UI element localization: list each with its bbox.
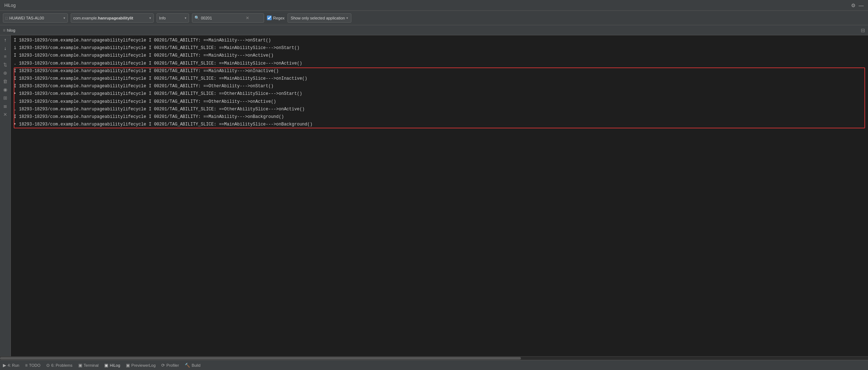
hilog-icon: ▣ [104, 363, 108, 368]
layout-icon[interactable]: ⊞ [3, 96, 7, 100]
log-level-selector[interactable]: Info ▾ [157, 13, 189, 23]
show-selected-arrow: ▾ [346, 16, 348, 20]
log-line: ‣ 18293-18293/com.example.hanrupageabili… [14, 90, 865, 98]
run-icon: ▶ [3, 363, 6, 368]
status-run-label: 4: Run [8, 363, 19, 367]
format-icon[interactable]: ⊟ [861, 27, 865, 33]
scroll-up-icon[interactable]: ↑ [4, 38, 6, 42]
log-line-text: I 18293-18293/com.example.hanrupageabili… [14, 68, 279, 75]
log-content-area[interactable]: I 18293-18293/com.example.hanrupageabili… [11, 35, 868, 356]
horizontal-scrollbar[interactable] [0, 356, 868, 360]
log-line-text: I 18293-18293/com.example.hanrupageabili… [14, 83, 273, 90]
todo-icon: ≡ [25, 363, 27, 368]
minimize-button[interactable]: — [859, 3, 864, 8]
status-hilog-label: HiLog [110, 363, 120, 367]
show-selected-label: Show only selected application [291, 16, 345, 20]
log-line: I 18293-18293/com.example.hanrupageabili… [14, 113, 865, 121]
log-line-text: I 18293-18293/com.example.hanrupageabili… [14, 75, 307, 82]
status-build[interactable]: 🔨 Build [185, 363, 200, 368]
title-bar: HiLog ⚙ — [0, 0, 868, 11]
status-terminal-label: Terminal [84, 363, 99, 367]
sub-toolbar: ≡ hilog ⊟ [0, 25, 868, 35]
regex-checkbox[interactable] [267, 16, 272, 20]
highlighted-region: I 18293-18293/com.example.hanrupageabili… [14, 67, 865, 129]
app-title: HiLog [4, 3, 16, 8]
status-problems-label: 6: Problems [51, 363, 73, 367]
clear-search-button[interactable]: ✕ [246, 16, 249, 20]
device-dropdown-arrow: ▾ [63, 16, 65, 20]
toolbar: □ HUAWEI TAS-AL00 ▾ com.example.hanrupag… [0, 11, 868, 25]
scrollbar-thumb[interactable] [0, 357, 521, 360]
hilog-text: hilog [7, 28, 15, 32]
log-line: . 18293-18293/com.example.hanrupageabili… [14, 106, 865, 113]
search-box: 🔍 ✕ [192, 13, 264, 23]
search-icon: 🔍 [194, 16, 200, 20]
print-icon[interactable]: ⊕ [3, 71, 7, 75]
problems-icon: ⊙ [46, 363, 50, 368]
status-terminal[interactable]: ▣ Terminal [78, 363, 99, 368]
capture-icon[interactable]: ◉ [3, 87, 7, 92]
device-icon: □ [5, 16, 8, 20]
side-icons-panel: ↑ ↓ ≡ ⇅ ⊕ 🗑 ◉ ⊞ ≣ ✕ [0, 35, 11, 356]
level-dropdown-arrow: ▾ [185, 16, 187, 20]
status-run[interactable]: ▶ 4: Run [3, 363, 19, 368]
log-line: i 18293-18293/com.example.hanrupageabili… [14, 44, 865, 52]
log-line-text: ‣ 18293-18293/com.example.hanrupageabili… [14, 91, 302, 97]
search-input[interactable] [201, 16, 244, 20]
hilog-label-area: ≡ hilog [3, 28, 15, 33]
regex-label-text: Regex [273, 16, 285, 20]
previewer-icon: ▣ [126, 363, 130, 368]
log-lines-wrapper: I 18293-18293/com.example.hanrupageabili… [14, 37, 865, 128]
app-dropdown-arrow: ▾ [149, 16, 151, 20]
log-line-text: I 18293-18293/com.example.hanrupageabili… [14, 37, 271, 44]
device-selector[interactable]: □ HUAWEI TAS-AL00 ▾ [3, 13, 68, 23]
log-line-text: ‣ 18293-18293/com.example.hanrupageabili… [14, 121, 312, 128]
status-previewer-label: PreviewerLog [131, 363, 155, 367]
app-name: com.example.hanrupageabilitylit [73, 16, 133, 20]
status-previewer[interactable]: ▣ PreviewerLog [126, 363, 155, 368]
sort-icon[interactable]: ⇅ [3, 62, 7, 67]
terminal-icon: ▣ [78, 363, 82, 368]
log-line: I 18293-18293/com.example.hanrupageabili… [14, 37, 865, 44]
align-icon[interactable]: ≣ [3, 104, 7, 109]
status-build-label: Build [192, 363, 200, 367]
status-todo-label: TODO [29, 363, 40, 367]
log-line-text: . 18293-18293/com.example.hanrupageabili… [14, 98, 276, 105]
log-level-label: Info [159, 16, 166, 20]
build-icon: 🔨 [185, 363, 190, 368]
device-name: HUAWEI TAS-AL00 [9, 16, 44, 20]
show-selected-button[interactable]: Show only selected application ▾ [288, 13, 351, 23]
regex-label[interactable]: Regex [267, 16, 285, 20]
scroll-down-icon[interactable]: ↓ [4, 46, 6, 50]
log-line: I 18293-18293/com.example.hanrupageabili… [14, 67, 865, 75]
log-line-text: . 18293-18293/com.example.hanrupageabili… [14, 60, 302, 67]
filter-icon: ≡ [3, 28, 5, 33]
filter-icon-side[interactable]: ≡ [4, 54, 7, 59]
settings-button[interactable]: ⚙ [851, 3, 856, 8]
log-line-text: I 18293-18293/com.example.hanrupageabili… [14, 114, 284, 120]
status-profiler[interactable]: ⟳ Profiler [161, 363, 179, 368]
status-profiler-label: Profiler [166, 363, 179, 367]
close-icon[interactable]: ✕ [3, 112, 7, 117]
app-selector[interactable]: com.example.hanrupageabilitylit ▾ [71, 13, 154, 23]
log-line: I 18293-18293/com.example.hanrupageabili… [14, 83, 865, 90]
title-controls: ⚙ — [851, 3, 864, 8]
log-line: ‣ 18293-18293/com.example.hanrupageabili… [14, 121, 865, 128]
log-line: . 18293-18293/com.example.hanrupageabili… [14, 60, 865, 67]
status-bar: ▶ 4: Run ≡ TODO ⊙ 6: Problems ▣ Terminal… [0, 360, 868, 370]
clear-icon[interactable]: 🗑 [3, 79, 8, 84]
log-line: I 18293-18293/com.example.hanrupageabili… [14, 52, 865, 60]
log-area: ↑ ↓ ≡ ⇅ ⊕ 🗑 ◉ ⊞ ≣ ✕ I 18293-18293/com.ex… [0, 35, 868, 356]
log-line: . 18293-18293/com.example.hanrupageabili… [14, 98, 865, 106]
profiler-icon: ⟳ [161, 363, 165, 368]
status-problems[interactable]: ⊙ 6: Problems [46, 363, 73, 368]
log-line-text: i 18293-18293/com.example.hanrupageabili… [14, 45, 299, 52]
status-todo[interactable]: ≡ TODO [25, 363, 40, 368]
status-hilog[interactable]: ▣ HiLog [104, 363, 120, 368]
log-line: I 18293-18293/com.example.hanrupageabili… [14, 75, 865, 83]
log-line-text: . 18293-18293/com.example.hanrupageabili… [14, 106, 305, 113]
log-line-text: I 18293-18293/com.example.hanrupageabili… [14, 52, 273, 59]
